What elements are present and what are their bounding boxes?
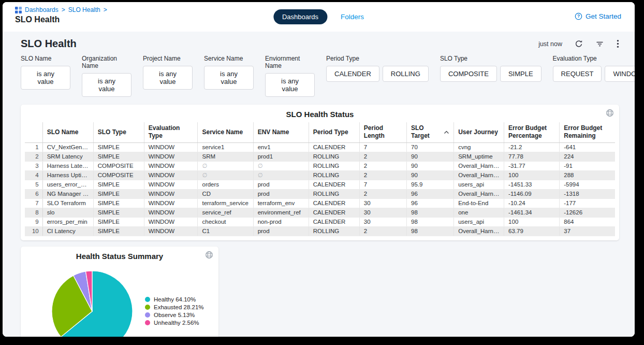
cell-evaluation-type: WINDOW xyxy=(144,227,198,236)
filter-button-window[interactable]: WINDOW xyxy=(605,66,635,82)
cell-slo-name: Harness Latency xyxy=(42,162,93,171)
cell-period-length: 2 xyxy=(359,227,406,236)
column-header-slo-name[interactable]: SLO Name xyxy=(42,122,93,143)
cell-slo-type: SIMPLE xyxy=(93,208,144,218)
filter-controls: is any value xyxy=(204,66,254,90)
cell-error-budget-percentage: 77.78 xyxy=(504,152,560,162)
filter-button-is-any-value[interactable]: is any value xyxy=(143,66,193,90)
refresh-button[interactable] xyxy=(575,40,583,48)
column-header-service-name[interactable]: Service Name xyxy=(198,122,253,143)
filter-button-is-any-value[interactable]: is any value xyxy=(82,73,131,97)
cell-user-journey: End-to-End xyxy=(454,199,504,208)
legend-item-unhealthy: Unhealthy 2.56% xyxy=(145,320,204,326)
filter-button-calender[interactable]: CALENDER xyxy=(326,66,379,82)
row-number: 10 xyxy=(25,227,42,236)
filter-controls: is any value xyxy=(21,66,70,90)
cell-slo-type: SIMPLE xyxy=(93,190,144,199)
cell-user-journey: SRM_uptime xyxy=(454,152,504,162)
cell-env-name: non-prod xyxy=(253,218,309,227)
filter-button-is-any-value[interactable]: is any value xyxy=(21,66,70,90)
table-row: 3Harness LatencyCOMPOSITEWINDOW∅∅ROLLING… xyxy=(25,162,615,171)
filter-button-is-any-value[interactable]: is any value xyxy=(204,66,254,90)
cell-slo-type: SIMPLE xyxy=(93,227,144,236)
column-header-env-name[interactable]: ENV Name xyxy=(253,122,309,143)
dashboard-title: SLO Health xyxy=(21,38,77,50)
cell-error-budget-percentage: -10.24 xyxy=(504,199,560,208)
filter-group-service-name: Service Nameis any value xyxy=(204,55,254,97)
cell-slo-name: slo xyxy=(42,208,93,218)
cell-env-name: terraform_env xyxy=(253,199,309,208)
get-started-link[interactable]: ? Get Started xyxy=(575,12,621,20)
column-header-error-budget-percentage[interactable]: Error Budget Percentage xyxy=(504,122,560,143)
filter-toggle-button[interactable] xyxy=(595,40,604,48)
cell-slo-target: 96 xyxy=(407,190,454,199)
filter-button-is-any-value[interactable]: is any value xyxy=(265,73,315,97)
cell-slo-name: SRM Latency xyxy=(42,152,93,162)
filter-button-composite[interactable]: COMPOSITE xyxy=(440,66,497,82)
legend-item-healthy: Healthy 64.10% xyxy=(145,296,204,303)
cell-error-budget-remaining: 37 xyxy=(560,227,615,236)
column-header-period-type[interactable]: Period Type xyxy=(309,122,359,143)
column-header-slo-target[interactable]: SLO Target xyxy=(407,122,454,143)
cell-slo-type: SIMPLE xyxy=(93,199,144,208)
legend-color-dot xyxy=(145,305,150,310)
cell-period-length: 30 xyxy=(359,208,406,218)
column-header-slo-type[interactable]: SLO Type xyxy=(93,122,144,143)
filter-button-request[interactable]: REQUEST xyxy=(553,66,602,82)
cell-slo-target: 70 xyxy=(407,143,454,152)
cell-period-length: 7 xyxy=(359,180,406,190)
filter-controls: CALENDERROLLING xyxy=(326,66,429,82)
help-question-icon: ? xyxy=(575,12,582,20)
more-options-button[interactable] xyxy=(617,39,619,48)
table-header-row: SLO NameSLO TypeEvaluation TypeService N… xyxy=(25,122,615,143)
breadcrumb-link-slo-health[interactable]: SLO Health xyxy=(68,6,100,13)
cell-error-budget-percentage: -1461.34 xyxy=(504,208,560,218)
cell-evaluation-type: WINDOW xyxy=(144,218,198,227)
cell-slo-name: Harness Uptime xyxy=(42,171,93,180)
cell-error-budget-remaining: -91 xyxy=(560,162,615,171)
cell-period-type: CALENDER xyxy=(309,218,359,227)
pie-chart xyxy=(50,269,134,337)
column-header-user-journey[interactable]: User Journey xyxy=(454,122,504,143)
globe-icon xyxy=(205,251,213,261)
filter-bar: SLO Nameis any valueOrganization Nameis … xyxy=(21,55,619,97)
column-header-evaluation-type[interactable]: Evaluation Type xyxy=(144,122,198,143)
table-title: SLO Health Status xyxy=(25,108,615,122)
filter-button-rolling[interactable]: ROLLING xyxy=(383,66,429,82)
cell-period-type: ROLLING xyxy=(309,190,359,199)
cell-period-type: ROLLING xyxy=(309,152,359,162)
cell-user-journey: users_api xyxy=(454,180,504,190)
cell-period-length: 30 xyxy=(359,199,406,208)
cell-period-type: CALENDER xyxy=(309,180,359,190)
legend-item-exhausted: Exhausted 28.21% xyxy=(145,304,204,310)
row-number: 8 xyxy=(25,208,42,218)
breadcrumb-link-dashboards[interactable]: Dashboards xyxy=(25,6,58,13)
cell-error-budget-percentage: 63.79 xyxy=(504,227,560,236)
cell-service-name: service1 xyxy=(198,143,253,152)
cell-env-name: prod xyxy=(253,190,309,199)
app-window: Dashboards > SLO Health > SLO Health Das… xyxy=(3,2,635,337)
legend-label: Unhealthy 2.56% xyxy=(154,320,199,326)
cell-slo-name: NG Manager Latency xyxy=(42,190,93,199)
filter-label: Period Type xyxy=(326,55,429,62)
cell-service-name: service_ref xyxy=(198,208,253,218)
column-header-error-budget-remaining[interactable]: Error Budget Remaining xyxy=(560,122,615,143)
table-row: 6NG Manager LatencySIMPLEWINDOWCDprodROL… xyxy=(25,190,615,199)
row-number: 3 xyxy=(25,162,42,171)
tab-folders[interactable]: Folders xyxy=(341,13,364,21)
cell-error-budget-remaining: 224 xyxy=(560,152,615,162)
column-header-period-length[interactable]: Period Length xyxy=(359,122,406,143)
filter-button-simple[interactable]: SIMPLE xyxy=(500,66,541,82)
legend-label: Observe 5.13% xyxy=(154,312,195,318)
filter-group-project-name: Project Nameis any value xyxy=(143,55,193,97)
cell-error-budget-remaining: -177 xyxy=(560,199,615,208)
cell-slo-type: SIMPLE xyxy=(93,152,144,162)
tab-dashboards[interactable]: Dashboards xyxy=(273,9,327,24)
cell-evaluation-type: WINDOW xyxy=(144,143,198,152)
cell-error-budget-percentage: -1451.33 xyxy=(504,180,560,190)
table-row: 8sloSIMPLEWINDOWservice_refenvironment_r… xyxy=(25,208,615,218)
cell-period-type: CALENDER xyxy=(309,199,359,208)
cell-slo-target: 96 xyxy=(407,199,454,208)
cell-error-budget-percentage: -21.2 xyxy=(504,143,560,152)
cell-service-name: orders xyxy=(198,180,253,190)
